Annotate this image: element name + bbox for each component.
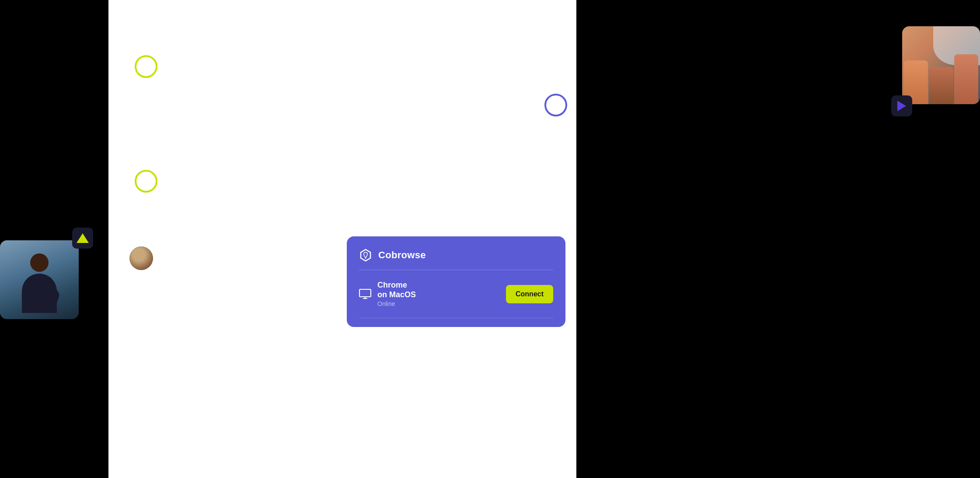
blue-circle-right [544,94,567,116]
green-circle-mid [135,170,157,193]
cobrowse-device-row: Chrome on MacOS Online Connect [359,277,553,311]
cobrowse-logo-icon [359,249,372,262]
svg-rect-0 [359,289,371,297]
cobrowse-device-name: Chrome on MacOS [377,281,500,299]
cobrowse-card: Cobrowse Chrome on MacOS Online Connect [347,236,565,327]
cobrowse-divider-top [359,270,553,270]
green-circle-top [135,55,157,78]
cobrowse-device-info: Chrome on MacOS Online [377,281,500,307]
nav-badge-left[interactable] [72,228,93,249]
video-thumb-right[interactable] [902,26,980,104]
device-monitor-icon [359,289,371,299]
cobrowse-divider-bottom [359,318,553,318]
video-thumb-left[interactable] [0,240,79,319]
cobrowse-header: Cobrowse [359,249,553,262]
play-icon-right [897,101,906,111]
nav-badge-right[interactable] [891,95,912,116]
cobrowse-status: Online [377,300,500,307]
cobrowse-brand-name: Cobrowse [378,250,426,261]
cobrowse-connect-button[interactable]: Connect [506,285,553,303]
play-icon-left [77,233,89,243]
avatar [129,246,153,270]
